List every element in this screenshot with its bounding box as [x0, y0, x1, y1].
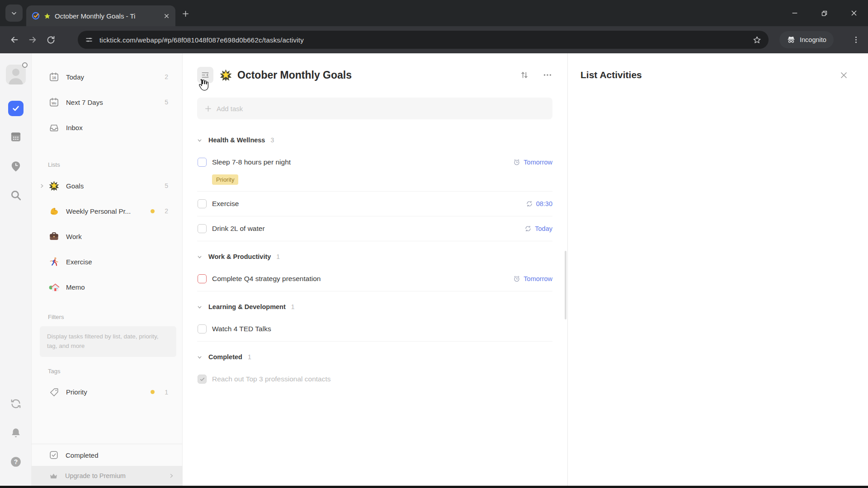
priority-tag-chip[interactable]: Priority [212, 174, 238, 185]
section-header-work-productivity[interactable]: Work & Productivity 1 [197, 247, 552, 267]
nav-search[interactable] [10, 189, 22, 201]
section-count: 3 [270, 136, 274, 144]
task-row[interactable]: Sleep 7-8 hours per night Tomorrow Prior… [197, 150, 552, 192]
tab-close-icon[interactable] [163, 13, 170, 19]
forward-button[interactable] [24, 31, 42, 49]
scrollbar-thumb[interactable] [565, 251, 566, 319]
sync-button[interactable] [9, 398, 22, 410]
sidebar-list-memo[interactable]: Memo [32, 277, 182, 297]
sidebar-bottom: Completed Upgrade to Premium [32, 444, 182, 486]
repeat-icon [526, 200, 533, 207]
upgrade-label: Upgrade to Premium [65, 472, 162, 479]
task-checkbox[interactable] [198, 274, 207, 283]
task-row-completed[interactable]: Reach out Top 3 professional contacts [197, 367, 552, 391]
task-checkbox[interactable] [198, 199, 207, 208]
filters-placeholder[interactable]: Display tasks filtered by list, date, pr… [40, 326, 176, 357]
sidebar-item-next-7-days[interactable]: We Next 7 Days 5 [32, 92, 182, 113]
section-header-completed[interactable]: Completed 1 [197, 347, 552, 367]
nav-tasks-active[interactable] [8, 101, 24, 116]
repeat-icon [524, 225, 532, 232]
tag-icon [49, 387, 59, 397]
header-actions [520, 70, 552, 80]
sidebar-item-inbox[interactable]: Inbox [32, 117, 182, 138]
focus-timer-icon [10, 160, 22, 172]
browser-menu-icon[interactable] [852, 34, 860, 45]
task-title: Reach out Top 3 professional contacts [212, 375, 331, 383]
sidebar-list-weekly-personal[interactable]: Weekly Personal Pr... 2 [32, 201, 182, 221]
star-emoji-icon [44, 13, 51, 19]
new-tab-button[interactable] [182, 10, 189, 18]
sidebar-item-label: Weekly Personal Pr... [66, 207, 131, 215]
runner-emoji-icon [49, 257, 59, 267]
task-checkbox[interactable] [198, 224, 207, 233]
reload-button[interactable] [42, 31, 60, 49]
bookmark-star-icon[interactable] [753, 36, 761, 44]
add-task-input[interactable]: Add task [197, 98, 552, 119]
sidebar-item-label: Exercise [66, 258, 92, 266]
url-text[interactable]: ticktick.com/webapp/#p/68f081048f087e698… [99, 36, 746, 44]
sidebar-item-label: Inbox [66, 124, 83, 131]
section-name: Completed [208, 353, 242, 361]
window-restore-button[interactable] [817, 6, 831, 20]
tab-search-button[interactable] [5, 5, 23, 22]
tags-section-header: Tags [48, 368, 182, 375]
incognito-label: Incognito [800, 36, 826, 43]
sidebar-item-label: Next 7 Days [66, 99, 103, 106]
task-checkbox[interactable] [198, 158, 207, 167]
browser-tab[interactable]: October Monthly Goals - Ti [26, 5, 175, 26]
nav-focus-timer[interactable] [10, 160, 22, 172]
upgrade-premium-banner[interactable]: Upgrade to Premium [32, 466, 182, 486]
task-checkbox[interactable] [198, 324, 207, 333]
task-date[interactable]: 08:30 [536, 200, 552, 207]
tab-strip: October Monthly Goals - Ti [0, 0, 868, 26]
task-date[interactable]: Tomorrow [524, 159, 552, 166]
window-close-button[interactable] [847, 6, 861, 20]
sidebar-list-work[interactable]: Work [32, 226, 182, 247]
avatar[interactable] [6, 65, 26, 84]
plus-icon [204, 105, 212, 113]
sidebar-item-label: Completed [66, 451, 99, 459]
notifications-button[interactable] [10, 427, 22, 439]
task-date[interactable]: Today [535, 225, 552, 232]
sidebar-item-today[interactable]: 16 Today 2 [32, 66, 182, 87]
url-bar[interactable]: ticktick.com/webapp/#p/68f081048f087e698… [78, 31, 769, 49]
site-settings-icon[interactable] [85, 36, 93, 44]
sidebar-item-completed[interactable]: Completed [32, 444, 182, 466]
nav-calendar[interactable] [9, 131, 22, 143]
sidebar-list-exercise[interactable]: Exercise [32, 251, 182, 272]
incognito-badge: Incognito [779, 31, 834, 48]
completed-checkbox-icon [49, 450, 59, 460]
calendar-icon [9, 131, 22, 143]
section-header-health-wellness[interactable]: Health & Wellness 3 [197, 130, 552, 150]
help-button[interactable]: ? [10, 456, 22, 468]
window-minimize-button[interactable] [788, 6, 802, 20]
task-title: Exercise [212, 200, 239, 208]
more-options-icon[interactable] [542, 70, 552, 80]
chevron-down-icon [197, 254, 202, 259]
task-checkbox-checked[interactable] [198, 375, 207, 384]
sidebar-list-goals[interactable]: Goals 5 [32, 175, 182, 196]
sort-icon[interactable] [520, 70, 529, 80]
expand-chevron-icon[interactable] [39, 183, 44, 188]
chevron-down-icon [10, 9, 18, 17]
close-panel-icon[interactable] [840, 71, 848, 80]
task-row[interactable]: Exercise 08:30 [197, 192, 552, 216]
panel-title: List Activities [580, 70, 642, 80]
avatar-status-badge [22, 62, 28, 68]
sidebar-tag-priority[interactable]: Priority 1 [32, 382, 182, 403]
task-title: Complete Q4 strategy presentation [212, 275, 321, 283]
chevron-down-icon [197, 138, 202, 143]
avatar-image [6, 65, 26, 84]
item-count: 5 [165, 99, 168, 106]
task-row[interactable]: Complete Q4 strategy presentation Tomorr… [197, 267, 552, 291]
sidebar-item-label: Goals [66, 182, 84, 190]
section-name: Work & Productivity [208, 253, 271, 260]
task-row[interactable]: Watch 4 TED Talks [197, 317, 552, 342]
section-header-learning-development[interactable]: Learning & Development 1 [197, 297, 552, 317]
task-row[interactable]: Drink 2L of water Today [197, 216, 552, 241]
svg-text:?: ? [14, 458, 18, 465]
back-button[interactable] [5, 31, 24, 49]
sidebar-item-label: Work [66, 233, 82, 240]
task-date[interactable]: Tomorrow [524, 275, 552, 282]
collapse-sidebar-button[interactable] [197, 67, 213, 83]
